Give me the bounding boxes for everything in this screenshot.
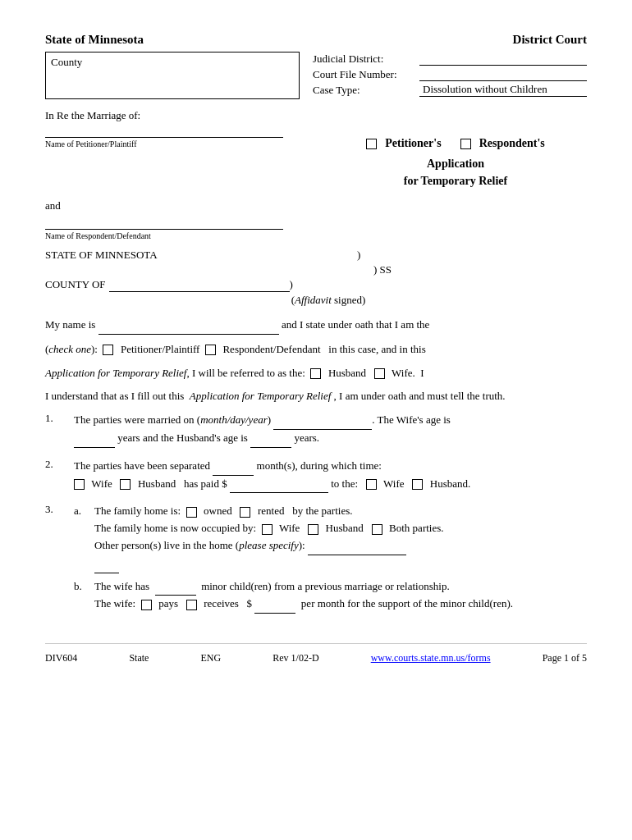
county-box[interactable]: County bbox=[45, 52, 300, 99]
court-title: District Court bbox=[513, 33, 587, 47]
wife-checkbox[interactable] bbox=[374, 368, 385, 379]
item-3: 3. a. The family home is: owned rented b… bbox=[45, 503, 587, 619]
state-title: State of Minnesota bbox=[45, 33, 144, 47]
item-3a-letter: a. bbox=[74, 503, 94, 573]
occupied-wife-checkbox[interactable] bbox=[262, 524, 272, 535]
occupied-husband-checkbox[interactable] bbox=[308, 524, 318, 535]
county-where-text: (Affidavit signed) bbox=[70, 294, 587, 307]
item2-wife2-checkbox[interactable] bbox=[366, 479, 377, 490]
name-blank[interactable] bbox=[98, 317, 279, 335]
item-2-num: 2. bbox=[45, 458, 74, 494]
case-type-row: Case Type: Dissolution without Children bbox=[313, 83, 587, 97]
paid-amount-blank[interactable] bbox=[230, 476, 328, 494]
petitioner-checkbox[interactable] bbox=[366, 139, 377, 149]
minor-children-blank[interactable] bbox=[155, 578, 196, 596]
wifes-age-blank[interactable] bbox=[74, 430, 115, 448]
item-3a-content: The family home is: owned rented by the … bbox=[94, 503, 587, 573]
respondent-defendant-checkbox[interactable] bbox=[205, 345, 216, 355]
support-amount-blank[interactable] bbox=[254, 596, 295, 614]
footer-state: State bbox=[129, 652, 149, 664]
paren-open: ) bbox=[349, 249, 360, 262]
separated-months-blank[interactable] bbox=[213, 458, 254, 476]
petitioners-label: Petitioner's bbox=[385, 137, 441, 150]
footer: DIV604 State ENG Rev 1/02-D www.courts.s… bbox=[45, 643, 587, 664]
husband-checkbox[interactable] bbox=[310, 368, 321, 379]
footer-rev: Rev 1/02-D bbox=[272, 652, 318, 664]
court-file-value[interactable] bbox=[419, 67, 587, 81]
respondent-name-label: Name of Respondent/Defendant bbox=[45, 231, 587, 240]
petitioner-plaintiff-checkbox[interactable] bbox=[103, 345, 113, 355]
judicial-district-value[interactable] bbox=[419, 52, 587, 66]
receives-checkbox[interactable] bbox=[186, 600, 197, 610]
item-3-content: a. The family home is: owned rented by t… bbox=[74, 503, 587, 619]
county-of-row: COUNTY OF ) bbox=[45, 278, 587, 292]
petitioner-respondent-check-row: Petitioner's Respondent's bbox=[324, 137, 587, 150]
paren-close: ) bbox=[290, 278, 293, 291]
other-persons-blank[interactable] bbox=[308, 537, 406, 555]
petitioner-left: Name of Petitioner/Plaintiff bbox=[45, 137, 324, 148]
item2-husband-checkbox[interactable] bbox=[120, 479, 131, 490]
court-file-row: Court File Number: bbox=[313, 67, 587, 81]
case-type-label: Case Type: bbox=[313, 84, 419, 97]
body-application-ref: Application for Temporary Relief, I will… bbox=[45, 365, 587, 382]
ss-text: ) SS bbox=[365, 263, 392, 276]
respondents-label: Respondent's bbox=[479, 137, 545, 150]
application-title: Application for Temporary Relief bbox=[324, 155, 587, 189]
county-of-label: COUNTY OF bbox=[45, 278, 106, 291]
item-3-num: 3. bbox=[45, 503, 74, 619]
owned-checkbox[interactable] bbox=[186, 507, 197, 518]
state-section: STATE OF MINNESOTA ) ) SS COUNTY OF ) (A… bbox=[45, 249, 587, 307]
case-type-value: Dissolution without Children bbox=[419, 83, 587, 97]
judicial-district-row: Judicial District: bbox=[313, 52, 587, 66]
form-id: DIV604 bbox=[45, 652, 77, 664]
petitioner-name-label: Name of Petitioner/Plaintiff bbox=[45, 139, 324, 148]
respondent-checkbox[interactable] bbox=[460, 139, 471, 149]
item-2: 2. The parties have been separated month… bbox=[45, 458, 587, 494]
occupied-both-checkbox[interactable] bbox=[372, 524, 382, 535]
footer-url[interactable]: www.courts.state.mn.us/forms bbox=[371, 652, 491, 664]
petitioner-signature-line[interactable] bbox=[45, 137, 283, 138]
item-3b: b. The wife has minor child(ren) from a … bbox=[74, 578, 587, 614]
footer-page: Page 1 of 5 bbox=[543, 652, 587, 664]
court-info-table: Judicial District: Court File Number: Ca… bbox=[313, 52, 587, 99]
affidavit-label: Affidavit bbox=[295, 294, 332, 306]
item-1-content: The parties were married on (month/day/y… bbox=[74, 412, 587, 448]
item-3b-letter: b. bbox=[74, 578, 94, 614]
married-date-blank[interactable] bbox=[273, 412, 372, 430]
county-of-value[interactable] bbox=[109, 278, 290, 292]
item2-wife-checkbox[interactable] bbox=[74, 479, 85, 490]
court-file-label: Court File Number: bbox=[313, 68, 419, 81]
header: State of Minnesota District Court bbox=[45, 33, 587, 47]
pays-checkbox[interactable] bbox=[141, 600, 152, 610]
item2-husband2-checkbox[interactable] bbox=[412, 479, 423, 490]
rented-checkbox[interactable] bbox=[240, 507, 250, 518]
party-section: Name of Petitioner/Plaintiff Petitioner'… bbox=[45, 137, 587, 189]
respondent-signature-line[interactable] bbox=[45, 229, 283, 230]
state-of-minnesota: STATE OF MINNESOTA bbox=[45, 249, 349, 262]
top-info-row: County Judicial District: Court File Num… bbox=[45, 52, 587, 99]
footer-lang: ENG bbox=[201, 652, 222, 664]
in-re-label: In Re the Marriage of: bbox=[45, 109, 587, 122]
and-text: and bbox=[45, 199, 587, 212]
body-intro: My name is and I state under oath that I… bbox=[45, 317, 587, 335]
application-header-right: Petitioner's Respondent's Application fo… bbox=[324, 137, 587, 189]
body-understand: I understand that as I fill out this App… bbox=[45, 388, 587, 405]
county-label: County bbox=[51, 56, 82, 68]
item-1: 1. The parties were married on (month/da… bbox=[45, 412, 587, 448]
state-row: STATE OF MINNESOTA ) bbox=[45, 249, 587, 262]
item-2-content: The parties have been separated month(s)… bbox=[74, 458, 587, 494]
item-1-num: 1. bbox=[45, 412, 74, 448]
body-check-one: (check one): Petitioner/Plaintiff Respon… bbox=[45, 341, 587, 358]
ss-row: ) SS bbox=[45, 263, 587, 276]
item-3b-content: The wife has minor child(ren) from a pre… bbox=[94, 578, 587, 614]
judicial-district-label: Judicial District: bbox=[313, 52, 419, 66]
husbands-age-blank[interactable] bbox=[250, 430, 291, 448]
item-3a: a. The family home is: owned rented by t… bbox=[74, 503, 587, 573]
